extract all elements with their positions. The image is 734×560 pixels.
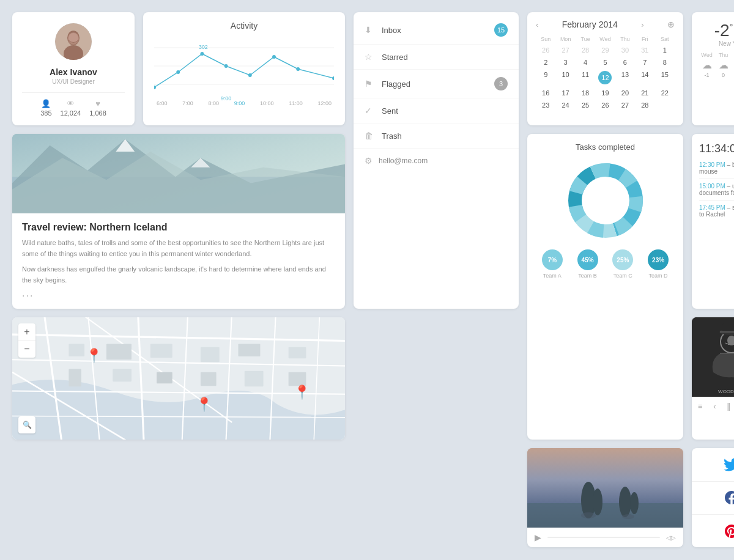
calendar-day[interactable]: 28 (576, 44, 595, 56)
calendar-day[interactable]: 3 (555, 56, 575, 68)
calendar-day[interactable]: 14 (635, 68, 654, 87)
inbox-email-row[interactable]: ⚙ hello@me.com (354, 149, 519, 173)
weather-day: Thu☁0 (716, 52, 731, 78)
map-pin-2[interactable]: 📍 (196, 397, 212, 413)
map-card: 📍 📍 📍 + − 🔍 (12, 317, 345, 440)
svg-point-66 (630, 492, 639, 514)
calendar-day[interactable]: 5 (595, 56, 615, 68)
calendar-day[interactable]: 6 (615, 56, 635, 68)
weather-forecast: Wed☁-1Thu☁0Fri⛅+1Sat☀+3 (699, 52, 734, 78)
map-zoom-out[interactable]: − (18, 341, 35, 358)
volume-icon[interactable]: ◁▷ (666, 534, 676, 541)
x-label-5: 10:00 (260, 100, 274, 106)
calendar-day[interactable]: 19 (595, 87, 615, 99)
svg-point-12 (248, 73, 252, 77)
calendar-day[interactable]: 30 (615, 44, 635, 56)
team-c-bubble: 25% (612, 249, 633, 270)
calendar-day[interactable]: 4 (576, 56, 595, 68)
calendar-day[interactable]: 21 (635, 87, 654, 99)
weather-day: Wed☁-1 (699, 52, 714, 78)
video-progress-bar[interactable] (547, 537, 660, 538)
svg-rect-49 (69, 344, 84, 357)
calendar-title: February 2014 (562, 20, 618, 29)
calendar-day[interactable]: 12 (595, 68, 615, 87)
calendar-day[interactable]: 24 (555, 99, 575, 111)
inbox-badge-inbox: 15 (494, 23, 508, 37)
inbox-label-sent: Sent (382, 106, 508, 116)
blog-more[interactable]: ··· (22, 290, 335, 301)
likes-value: 1,068 (89, 109, 106, 117)
svg-point-11 (224, 64, 228, 68)
calendar-day[interactable]: 20 (615, 87, 635, 99)
inbox-item-trash[interactable]: 🗑 Trash (354, 123, 519, 149)
map-zoom-in[interactable]: + (18, 323, 35, 341)
map-pin-3[interactable]: 📍 (294, 385, 310, 400)
inbox-item-flagged[interactable]: ⚑ Flagged 3 (354, 70, 519, 98)
social-card (692, 448, 734, 547)
calendar-day[interactable]: 8 (655, 56, 675, 68)
calendar-day[interactable]: 17 (555, 87, 575, 99)
calendar-day[interactable]: 13 (615, 68, 635, 87)
svg-point-14 (296, 67, 300, 71)
twitter-button[interactable] (692, 448, 734, 481)
pinterest-button[interactable] (692, 515, 734, 547)
calendar-day[interactable]: 22 (655, 87, 675, 99)
calendar-day[interactable]: 28 (635, 99, 654, 111)
x-label-4: 9:00 (234, 100, 245, 106)
calendar-day[interactable]: 9 (536, 68, 555, 87)
calendar-day[interactable]: 2 (536, 56, 555, 68)
clock-event-2: 15:00 PM – upload documents for... (699, 183, 734, 201)
tasks-title: Tasks completed (536, 142, 675, 152)
calendar-day[interactable]: 23 (536, 99, 555, 111)
calendar-day[interactable]: 15 (655, 68, 675, 87)
calendar-day[interactable]: 29 (595, 44, 615, 56)
svg-rect-55 (201, 347, 220, 363)
calendar-day[interactable]: 26 (595, 99, 615, 111)
team-c-label: Team C (614, 273, 632, 279)
calendar-day[interactable]: 10 (555, 68, 575, 87)
x-label-2: 7:00 (182, 100, 193, 106)
dow-wed: Wed (595, 34, 615, 44)
dow-thu: Thu (615, 34, 635, 44)
inbox-item-sent[interactable]: ✓ Sent (354, 98, 519, 123)
calendar-day[interactable]: 27 (615, 99, 635, 111)
map-search-button[interactable]: 🔍 (18, 416, 35, 433)
clock-event-1: 12:30 PM – buy a new mouse (699, 161, 734, 179)
dow-sun: Sun (536, 34, 555, 44)
views-value: 12,024 (61, 109, 81, 117)
calendar-day[interactable]: 31 (635, 44, 654, 56)
calendar-day[interactable]: 18 (576, 87, 595, 99)
star-icon: ☆ (365, 52, 374, 62)
calendar-next[interactable]: › (641, 20, 643, 29)
svg-point-68 (622, 514, 634, 519)
weather-card: -2° ☁ New York Wed☁-1Thu☁0Fri⛅+1Sat☀+3 (692, 12, 734, 125)
facebook-icon (725, 491, 734, 504)
team-b-bubble: 45% (577, 249, 598, 270)
calendar-day[interactable]: 26 (536, 44, 555, 56)
pinterest-icon (725, 525, 734, 538)
facebook-button[interactable] (692, 482, 734, 515)
calendar-add[interactable]: ⊕ (667, 20, 675, 29)
inbox-item-starred[interactable]: ☆ Starred (354, 45, 519, 70)
inbox-item-inbox[interactable]: ⬇ Inbox 15 (354, 16, 519, 45)
dow-fri: Fri (635, 34, 654, 44)
clock-card: 11:34:08 AM ⊕ 12:30 PM – buy a new mouse… (692, 134, 734, 309)
calendar-day[interactable]: 27 (555, 44, 575, 56)
calendar-day[interactable]: 16 (536, 87, 555, 99)
calendar-day[interactable]: 1 (655, 44, 675, 56)
calendar-day[interactable]: 11 (576, 68, 595, 87)
play-icon[interactable]: ▶ (535, 532, 541, 542)
calendar-day[interactable]: 25 (576, 99, 595, 111)
likes-icon: ♥ (95, 99, 100, 108)
prev-icon[interactable]: ‹ (713, 402, 716, 411)
calendar-days: 2627282930311234567891011121314151617181… (536, 44, 675, 111)
pause-icon[interactable]: ‖ (727, 402, 731, 411)
calendar-grid: Sun Mon Tue Wed Thu Fri Sat (536, 34, 675, 44)
music-label: WOODKID – IRON EP (718, 389, 734, 394)
calendar-day[interactable]: 7 (635, 56, 654, 68)
map-pin-1[interactable]: 📍 (86, 348, 102, 364)
playlist-icon[interactable]: ≡ (698, 402, 703, 411)
calendar-prev[interactable]: ‹ (536, 20, 538, 29)
svg-rect-52 (69, 369, 81, 387)
inbox-badge-flagged: 3 (494, 77, 508, 90)
